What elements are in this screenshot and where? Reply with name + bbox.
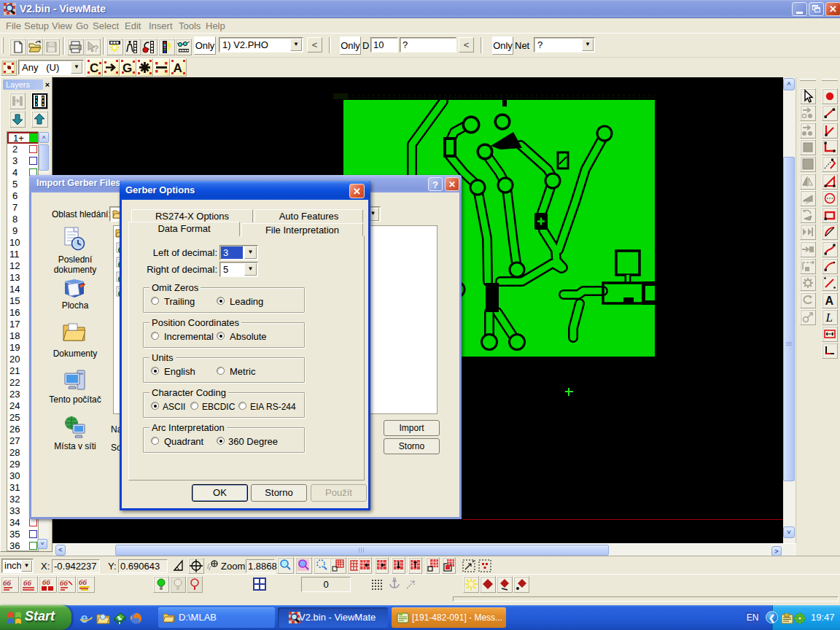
svg-text:C: C: [90, 61, 98, 75]
svg-text:66: 66: [79, 578, 88, 586]
svg-text:A: A: [174, 61, 182, 75]
svg-text:e: e: [81, 612, 88, 625]
svg-text:66: 66: [23, 578, 32, 587]
svg-text:L: L: [118, 615, 122, 621]
svg-text:66: 66: [60, 578, 69, 587]
svg-text:A: A: [825, 295, 833, 307]
svg-text:?: ?: [93, 44, 98, 54]
svg-text:66: 66: [42, 578, 51, 586]
svg-text:66: 66: [3, 578, 12, 587]
svg-text:L: L: [825, 311, 833, 324]
